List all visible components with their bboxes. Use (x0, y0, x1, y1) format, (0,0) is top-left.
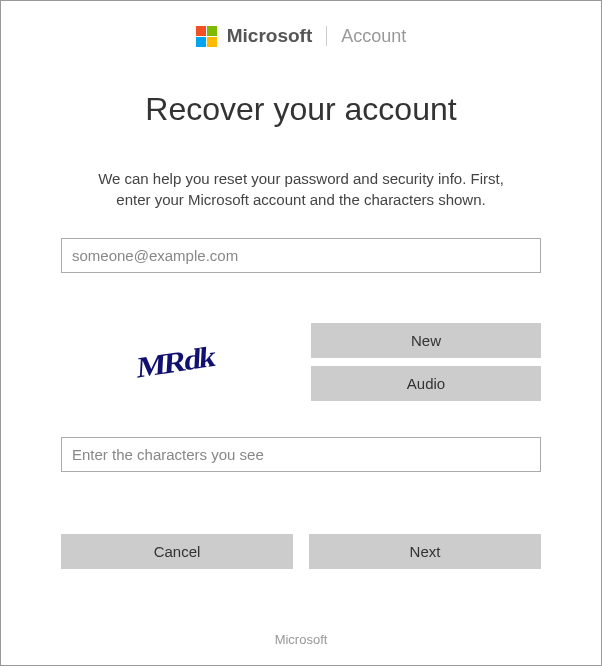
captcha-controls: New Audio (311, 323, 541, 401)
captcha-input[interactable] (61, 437, 541, 472)
next-button[interactable]: Next (309, 534, 541, 569)
captcha-new-button[interactable]: New (311, 323, 541, 358)
header: Microsoft Account (1, 1, 601, 55)
captcha-section: MRdk New Audio (61, 323, 541, 401)
page-title: Recover your account (61, 91, 541, 128)
captcha-image: MRdk (61, 327, 291, 397)
microsoft-logo-icon (196, 26, 217, 47)
page-description: We can help you reset your password and … (61, 168, 541, 210)
captcha-audio-button[interactable]: Audio (311, 366, 541, 401)
captcha-text: MRdk (137, 339, 216, 384)
header-divider (326, 26, 327, 46)
cancel-button[interactable]: Cancel (61, 534, 293, 569)
footer-text: Microsoft (1, 632, 601, 647)
brand-text: Microsoft (227, 25, 313, 47)
main-content: Recover your account We can help you res… (1, 55, 601, 569)
section-text: Account (341, 26, 406, 47)
account-input[interactable] (61, 238, 541, 273)
action-buttons: Cancel Next (61, 534, 541, 569)
